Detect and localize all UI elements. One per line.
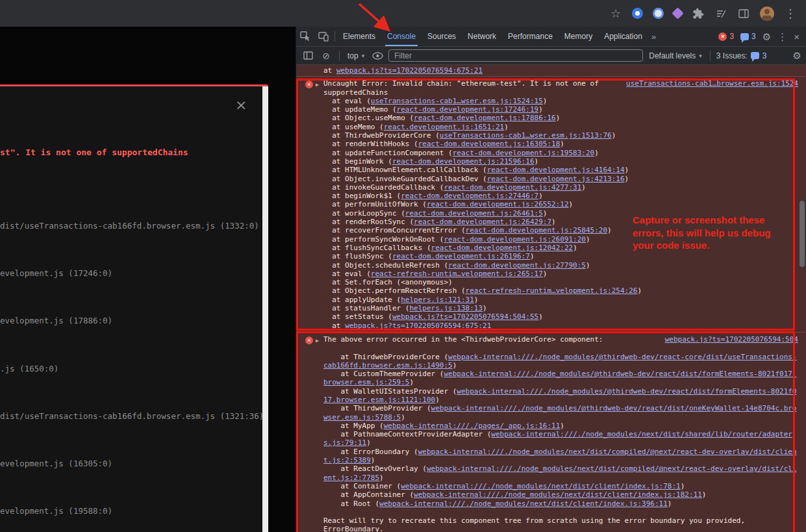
overlay-close-icon[interactable]: × — [235, 98, 247, 112]
tab-memory[interactable]: Memory — [559, 27, 598, 46]
tab-elements[interactable]: Elements — [337, 27, 381, 46]
stack-frame: at invokeGuardedCallback (react-dom.deve… — [323, 183, 798, 192]
stack-frame: at updateMemo (react-dom.development.js:… — [323, 105, 798, 114]
source-link[interactable]: react-dom.development.js:17886:16 — [414, 114, 556, 122]
stack-frame: at ReactDevOverlay (webpack-internal:///… — [323, 464, 798, 482]
stack-frame: at beginWork (react-dom.development.js:2… — [323, 157, 798, 166]
source-link[interactable]: webpack-internal:///./pages/_app.js:16:1… — [384, 422, 560, 430]
extension-diamond-icon[interactable] — [672, 7, 683, 19]
stack-frame: at MyApp (webpack-internal:///./pages/_a… — [323, 422, 798, 430]
javascript-context-selector[interactable]: top ▾ — [346, 51, 366, 60]
stack-frame: at recoverFromConcurrentError (react-dom… — [323, 226, 798, 234]
stack-frame: at flushSync (react-dom.development.js:2… — [323, 252, 798, 260]
source-link[interactable]: react-dom.development.js:27790:5 — [448, 261, 586, 270]
console-error-2: ×▶webpack.js?ts=1702205076594:504The abo… — [296, 332, 806, 532]
source-link[interactable]: useTransactions-cab1…wser.esm.js:1513:76 — [440, 131, 612, 140]
source-link[interactable]: react.development.js:1651:21 — [384, 123, 504, 131]
log-levels-select[interactable]: Default levels ▾ — [647, 51, 704, 60]
stack-frame: at updateFunctionComponent (react-dom.de… — [323, 149, 798, 157]
levels-label: Default levels — [649, 51, 696, 60]
caret-down-icon: ▾ — [699, 53, 702, 59]
side-panel-icon[interactable] — [737, 7, 750, 20]
tab-network[interactable]: Network — [462, 27, 502, 46]
clear-console-icon[interactable]: ⊘ — [319, 49, 333, 63]
source-link[interactable]: react-dom.development.js:27446:7 — [401, 192, 538, 200]
source-link[interactable]: react-dom.development.js:12042:22 — [431, 244, 573, 252]
issues-count-badge[interactable]: 3 — [740, 32, 756, 41]
tab-application[interactable]: Application — [598, 27, 648, 46]
more-tabs-icon[interactable]: » — [648, 32, 659, 42]
stack-frame: at renderRootSync (react-dom.development… — [323, 218, 798, 226]
source-link[interactable]: react-dom.development.js:17246:19 — [397, 105, 539, 114]
inspect-element-icon[interactable] — [296, 27, 314, 46]
source-link[interactable]: helpers.js:138:13 — [409, 304, 483, 312]
error-count-badge[interactable]: × 3 — [718, 32, 734, 41]
devtools-close-icon[interactable]: × — [794, 32, 800, 42]
bookmark-star-icon[interactable]: ☆ — [609, 7, 622, 20]
source-link[interactable]: useTransactions-cab1…browser.esm.js:1524 — [626, 79, 798, 88]
devtools-settings-gear-icon[interactable]: ⚙ — [762, 32, 771, 42]
source-link[interactable]: react-refresh-runtim…velopment.js:254:26 — [466, 286, 638, 295]
live-expression-eye-icon[interactable] — [370, 49, 384, 63]
overlay-scrollbar[interactable] — [262, 86, 268, 532]
device-toolbar-icon[interactable] — [314, 27, 333, 46]
source-link[interactable]: react-refresh-runtim…velopment.js:265:17 — [371, 270, 543, 278]
source-link[interactable]: webpack.js?ts=1702205076594:675:21 — [336, 66, 483, 75]
source-link[interactable]: helpers.js:121:31 — [401, 296, 474, 304]
source-link[interactable]: react-dom.development.js:4213:16 — [487, 175, 625, 183]
stack-frame: at CustomThemeProvider (webpack-internal… — [323, 370, 798, 387]
source-link[interactable]: webpack-internal:///./node_modules/next/… — [323, 464, 797, 481]
speech-bubble-icon — [751, 52, 759, 59]
reading-list-icon[interactable] — [714, 7, 727, 20]
browser-menu-icon[interactable]: ⋮ — [784, 7, 797, 20]
extension-ring-icon[interactable] — [653, 8, 664, 19]
source-link[interactable]: webpack-internal:///./node_modules/next/… — [401, 482, 680, 490]
source-link[interactable]: webpack.js?ts=1702205076594:675:21 — [345, 322, 491, 330]
source-link[interactable]: react-dom.development.js:25845:20 — [466, 226, 608, 234]
source-link[interactable]: webpack-internal:///./node_modules/@thir… — [323, 370, 797, 386]
source-link[interactable]: react-dom.development.js:26461:5 — [405, 209, 543, 218]
devtools-menu-icon[interactable]: ⋮ — [777, 32, 787, 42]
source-link[interactable]: webpack-internal:///./node_modules/next/… — [323, 430, 792, 447]
stack-frame: at workLoopSync (react-dom.development.j… — [323, 209, 798, 218]
source-link[interactable]: react-dom.development.js:26552:12 — [427, 200, 569, 209]
expand-triangle-icon[interactable]: ▶ — [316, 81, 319, 89]
source-link[interactable]: webpack-internal:///./node_modules/@thir… — [323, 387, 797, 404]
source-link[interactable]: webpack.js?ts=1702205076594:504:55 — [392, 312, 538, 321]
devtools-tab-strip: ElementsConsoleSourcesNetworkPerformance… — [296, 27, 806, 47]
stack-frame: at PathnameContextProviderAdapter (webpa… — [323, 430, 798, 448]
tabstrip-right-controls: × 3 3 ⚙ ⋮ × — [718, 32, 806, 42]
profile-avatar[interactable] — [760, 6, 774, 21]
expand-triangle-icon[interactable]: ▶ — [316, 336, 319, 345]
issues-button[interactable]: 3 Issues: 3 — [716, 51, 767, 60]
source-link[interactable]: react-dom.development.js:26091:20 — [444, 235, 586, 244]
error-icon: × — [305, 336, 313, 344]
source-link[interactable]: webpack-internal:///./node_modules/next/… — [379, 500, 668, 508]
source-link[interactable]: webpack.js?ts=1702205076594:504 — [665, 335, 798, 344]
source-link[interactable]: react-dom.development.js:4277:31 — [444, 183, 581, 192]
extension-blue-circle-icon[interactable] — [632, 8, 643, 19]
divider — [710, 51, 711, 61]
overlay-stack-list: dist/useTransactions-cab166fd.browser.es… — [0, 221, 262, 532]
tab-console[interactable]: Console — [381, 27, 422, 46]
source-link[interactable]: react-dom.development.js:21596:16 — [392, 157, 535, 166]
source-link[interactable]: useTransactions-cab1…wser.esm.js:1524:15 — [371, 97, 543, 105]
filter-input[interactable] — [388, 49, 643, 62]
source-link[interactable]: react-dom.development.js:26429:7 — [414, 218, 551, 226]
source-link[interactable]: webpack-internal:///./node_modules/@thir… — [323, 404, 797, 421]
source-link[interactable]: react-dom.development.js:16305:18 — [418, 140, 560, 148]
source-link[interactable]: webpack-internal:///./node_modules/next/… — [323, 448, 797, 464]
tab-sources[interactable]: Sources — [422, 27, 462, 46]
source-link[interactable]: react-dom.development.js:26196:7 — [392, 252, 530, 260]
tab-performance[interactable]: Performance — [502, 27, 559, 46]
console-scrollbar-thumb[interactable] — [800, 201, 805, 267]
source-link[interactable]: react-dom.development.js:19583:20 — [453, 149, 595, 157]
overlay-stack-line: evelopment.js (16305:0) — [0, 459, 262, 506]
overlay-stack-line: dist/useTransactions-cab166fd.browser.es… — [0, 221, 262, 268]
source-link[interactable]: webpack-internal:///./node_modules/next/… — [414, 490, 702, 499]
console-settings-gear-icon[interactable]: ⚙ — [793, 51, 801, 60]
source-link[interactable]: webpack-internal:///./node_modules/@thir… — [323, 353, 797, 370]
extensions-puzzle-icon[interactable] — [692, 7, 705, 20]
source-link[interactable]: react-dom.development.js:4164:14 — [487, 166, 625, 174]
console-sidebar-toggle-icon[interactable] — [301, 49, 315, 63]
